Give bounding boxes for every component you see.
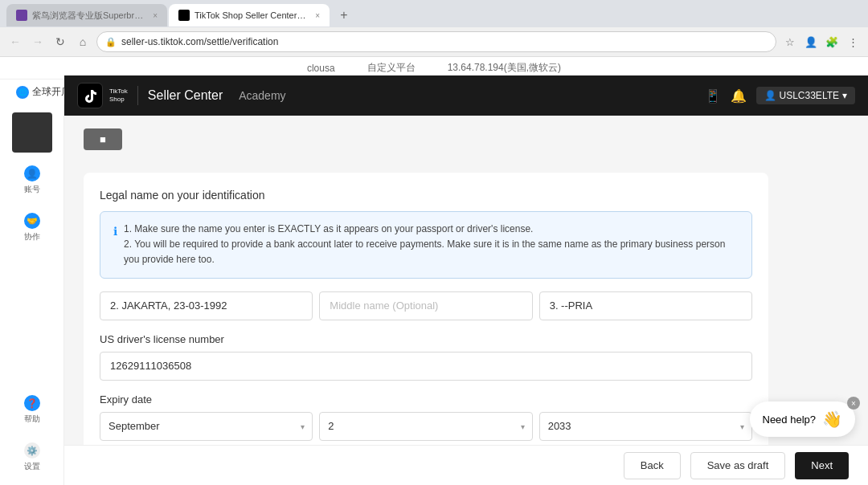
sidebar-item-collaborate[interactable]: 🤝 协作 <box>24 208 40 247</box>
back-button[interactable]: Back <box>624 452 681 479</box>
expiry-month-select[interactable]: September JanuaryFebruaryMarch AprilMayJ… <box>100 412 313 441</box>
sidebar-item-settings[interactable]: ⚙️ 设置 <box>24 438 40 477</box>
expiry-day-wrap: 2 1345 ▾ <box>319 412 532 441</box>
license-input[interactable] <box>100 352 752 381</box>
sidebar-collaborate-label: 协作 <box>24 231 40 243</box>
tab2-favicon <box>178 10 190 21</box>
url-text: seller-us.tiktok.com/settle/verification <box>121 36 278 47</box>
tab1-close[interactable]: × <box>153 11 158 20</box>
tab2-close[interactable]: × <box>315 11 320 20</box>
sub-nav-global[interactable]: 🌐 全球开店 <box>16 85 71 99</box>
bottom-bar: Back Save as draft Next <box>64 445 868 485</box>
profile-icon[interactable]: 👤 <box>802 33 820 51</box>
expiry-year-wrap: 2033 202420252026 202720282029 203020312… <box>539 412 752 441</box>
back-nav-button[interactable]: ← <box>6 33 24 51</box>
bookmark-icon[interactable]: ☆ <box>781 33 799 51</box>
main-content: ■ Legal name on your identification ℹ 1.… <box>64 116 868 485</box>
info-line2: 2. You will be required to provide a ban… <box>124 237 739 267</box>
expiry-month-wrap: September JanuaryFebruaryMarch AprilMayJ… <box>100 412 313 441</box>
header-title: Seller Center <box>148 88 223 103</box>
first-name-wrap <box>100 291 313 320</box>
name-fields <box>100 291 752 320</box>
info-circle-icon: ℹ <box>113 222 117 268</box>
lock-icon: 🔒 <box>105 37 117 47</box>
tiktok-shop-text: TikTokShop <box>109 88 128 104</box>
tiktok-logo: TikTokShop <box>77 83 128 108</box>
top-section: ■ <box>84 128 768 163</box>
new-tab-button[interactable]: + <box>334 6 354 25</box>
info-item-2: 自定义平台 <box>367 61 416 75</box>
middle-name-input[interactable] <box>319 291 532 320</box>
first-name-input[interactable] <box>100 291 313 320</box>
header-subtitle: Academy <box>239 89 285 102</box>
refresh-button[interactable]: ↻ <box>51 33 69 51</box>
menu-icon[interactable]: ⋮ <box>844 33 862 51</box>
expiry-date-row: September JanuaryFebruaryMarch AprilMayJ… <box>100 412 752 441</box>
legal-name-section: Legal name on your identification ℹ 1. M… <box>84 173 768 485</box>
forward-nav-button[interactable]: → <box>29 33 47 51</box>
home-button[interactable]: ⌂ <box>74 33 92 51</box>
sidebar: 👤 账号 🤝 协作 ❓ 帮助 ⚙️ 设置 <box>0 104 64 485</box>
address-bar-row: ← → ↻ ⌂ 🔒 seller-us.tiktok.com/settle/ve… <box>0 27 868 56</box>
last-name-input[interactable] <box>539 291 752 320</box>
mobile-icon[interactable]: 📱 <box>705 88 721 104</box>
sidebar-help-label: 帮助 <box>24 414 40 425</box>
info-box: ℹ 1. Make sure the name you enter is EXA… <box>100 211 752 279</box>
settings-icon: ⚙️ <box>24 442 40 459</box>
address-bar[interactable]: 🔒 seller-us.tiktok.com/settle/verificati… <box>96 31 776 52</box>
sidebar-item-help[interactable]: ❓ 帮助 <box>24 390 40 430</box>
header-divider <box>137 86 138 105</box>
need-help-label: Need help? <box>763 414 817 426</box>
main-header: TikTokShop Seller Center Academy 📱 🔔 👤 U… <box>64 75 868 116</box>
tab-1[interactable]: 紫鸟浏览器专业版Superbrow... × <box>6 4 167 26</box>
info-item-1: clousa <box>307 63 335 74</box>
user-name: USLC33ELTE <box>780 90 839 101</box>
tiktok-logo-icon <box>77 83 103 108</box>
middle-name-wrap <box>319 291 532 320</box>
expiry-label: Expiry date <box>100 393 752 406</box>
save-draft-button[interactable]: Save as draft <box>690 452 786 479</box>
hand-icon: 👋 <box>822 410 842 429</box>
content-area: ■ Legal name on your identification ℹ 1.… <box>64 116 788 485</box>
tab1-title: 紫鸟浏览器专业版Superbrow... <box>32 10 145 22</box>
legal-name-title: Legal name on your identification <box>100 189 752 202</box>
browser-chrome: 紫鸟浏览器专业版Superbrow... × TikTok Shop Selle… <box>0 0 868 57</box>
need-help-widget: × Need help? 👋 <box>750 401 856 437</box>
tab2-title: TikTok Shop Seller Center | Un... <box>194 10 307 20</box>
sidebar-settings-label: 设置 <box>24 461 40 472</box>
browser-actions: ☆ 👤 🧩 ⋮ <box>781 33 862 51</box>
info-item-3: 13.64.78.194(美国,微软云) <box>448 61 561 75</box>
tab-2[interactable]: TikTok Shop Seller Center | Un... × <box>169 4 330 26</box>
sidebar-account-label: 账号 <box>24 184 40 195</box>
tab-bar: 紫鸟浏览器专业版Superbrow... × TikTok Shop Selle… <box>0 0 868 27</box>
tab1-favicon <box>16 10 27 21</box>
draft-top-button[interactable]: ■ <box>84 128 122 150</box>
expiry-group: Expiry date September JanuaryFebruaryMar… <box>100 393 752 441</box>
help-close-button[interactable]: × <box>847 397 860 410</box>
extension-icon[interactable]: 🧩 <box>823 33 841 51</box>
info-box-text: 1. Make sure the name you enter is EXACT… <box>124 222 739 268</box>
account-icon: 👤 <box>24 165 40 181</box>
user-dropdown-icon: ▾ <box>842 90 847 101</box>
notification-icon[interactable]: 🔔 <box>731 88 747 104</box>
sidebar-item-account[interactable]: 👤 账号 <box>24 161 40 200</box>
user-badge[interactable]: 👤 USLC33ELTE ▾ <box>756 87 855 104</box>
user-avatar-icon: 👤 <box>764 90 776 101</box>
header-actions: 📱 🔔 👤 USLC33ELTE ▾ <box>705 87 855 104</box>
next-button[interactable]: Next <box>795 452 849 479</box>
global-icon: 🌐 <box>16 86 29 99</box>
license-group: US driver's license number <box>100 333 752 381</box>
license-label: US driver's license number <box>100 333 752 345</box>
expiry-day-select[interactable]: 2 1345 <box>319 412 532 441</box>
help-icon: ❓ <box>24 395 40 411</box>
info-line1: 1. Make sure the name you enter is EXACT… <box>124 222 739 237</box>
sidebar-qr <box>12 112 52 153</box>
expiry-year-select[interactable]: 2033 202420252026 202720282029 203020312… <box>539 412 752 441</box>
collaborate-icon: 🤝 <box>24 213 40 229</box>
last-name-wrap <box>539 291 752 320</box>
